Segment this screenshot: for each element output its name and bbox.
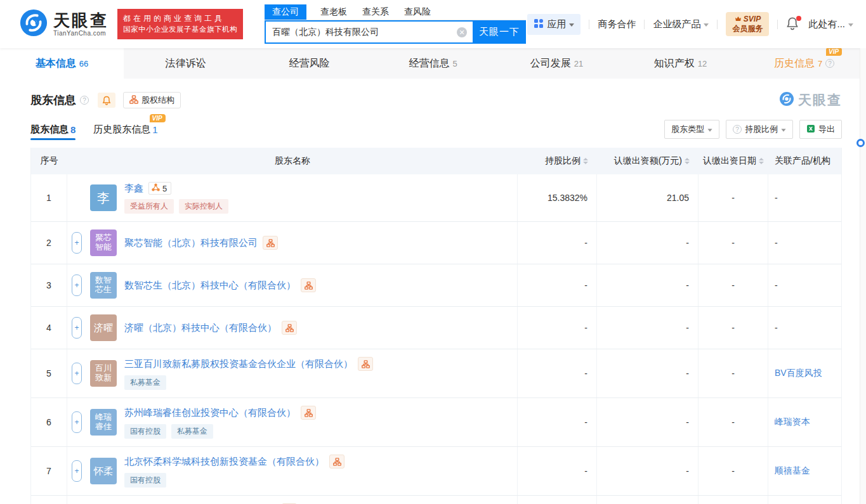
subscribe-bell-button[interactable] [98,93,115,108]
related-product-link[interactable]: BV百度风投 [775,368,822,379]
equity-structure-button[interactable]: 股权结构 [123,92,181,108]
filter-label: 导出 [818,124,835,135]
search-tab[interactable]: 查老板 [319,4,348,20]
business-cooperation-link[interactable]: 商务合作 [598,18,636,30]
equity-structure-icon-button[interactable] [301,406,316,420]
logo-subtitle: TianYanCha.com [53,30,108,37]
sort-icon[interactable] [759,158,764,164]
nav-tab[interactable]: 历史信息7VIP [742,48,866,79]
search-tab[interactable]: 查关系 [361,4,390,20]
expand-button[interactable] [72,232,82,254]
divider [777,20,778,29]
nav-tab[interactable]: 公司发展21 [495,48,619,79]
expand-button[interactable] [72,460,82,482]
shareholder-avatar[interactable]: 怀柔 [90,458,117,484]
shareholder-name-link[interactable]: 聚芯智能（北京）科技有限公司 [124,237,258,249]
apps-label: 应用 [547,18,566,30]
shareholder-avatar[interactable]: 济曜 [90,314,117,341]
shareholder-name-link[interactable]: 苏州峰瑞睿佳创业投资中心（有限合伙） [124,407,296,419]
sub-tab-count: 8 [70,124,75,135]
filter-button[interactable]: 股东类型 [664,120,719,139]
equity-structure-icon-button[interactable] [301,278,316,292]
subscribed-date-cell: - [699,398,768,446]
user-menu-label: 此处有... [808,18,845,30]
shareholder-name-link[interactable]: 北京怀柔科学城科技创新投资基金（有限合伙） [124,456,324,468]
nav-tab-count: 12 [698,59,707,68]
sort-icon[interactable] [685,158,690,164]
nav-tab[interactable]: 基本信息66 [0,48,124,79]
scrollbar-track[interactable] [860,48,866,504]
nav-tab[interactable]: 法律诉讼 [124,48,247,79]
search-tab[interactable]: 查风险 [403,4,432,20]
search-input[interactable] [265,20,473,44]
org-chart-icon [129,95,138,106]
related-product-link[interactable]: 顺禧基金 [775,465,810,477]
shareholder-tag: 私募基金 [124,375,166,390]
shareholder-name-link[interactable]: 李鑫 [124,183,143,195]
shareholder-tag: 国有控股 [124,424,166,439]
subscribed-date-cell: - [699,496,768,504]
sort-icon[interactable] [583,158,588,164]
shareholder-avatar[interactable]: 聚芯智能 [90,229,117,256]
search-button[interactable]: 天眼一下 [473,20,526,44]
equity-structure-icon-button[interactable] [329,455,344,468]
subscribed-amount-cell: 21.05 [597,174,699,221]
shareholder-name-link[interactable]: 济曜（北京）科技中心（有限合伙） [124,322,277,334]
expand-button[interactable] [72,411,82,433]
help-icon[interactable] [80,96,89,105]
enterprise-product-menu[interactable]: 企业级产品 [653,18,709,30]
nav-tab[interactable]: 经营风险 [247,48,371,79]
tianyancha-logo[interactable]: 天眼查 TianYanCha.com [19,8,108,40]
excel-icon [806,124,815,135]
nav-tab-label: 经营风险 [289,57,330,70]
nav-tab[interactable]: 知识产权12 [619,48,742,79]
shareholder-avatar[interactable]: 百川致新 [90,360,117,387]
expand-button[interactable] [72,317,82,339]
user-menu[interactable]: 此处有... [808,18,853,30]
nav-tab[interactable]: 经营信息5 [371,48,495,79]
equity-structure-icon-button[interactable] [282,321,297,335]
search-tab[interactable]: 查公司 [265,4,306,20]
relationship-icon [152,183,160,193]
expand-button[interactable] [72,363,82,384]
row-index: 8 [31,496,67,504]
column-header[interactable]: 认缴出资日期 [699,148,768,174]
shareholder-tags: 受益所有人实际控制人 [124,199,228,214]
column-header[interactable]: 认缴出资额(万元) [597,148,699,174]
related-product-link[interactable]: 峰瑞资本 [775,417,810,428]
shareholder-sub-tab[interactable]: 股东信息8 [30,119,75,140]
vip-badge: VIP [826,48,842,56]
filter-button[interactable]: 持股比例 [726,120,793,139]
filter-button[interactable]: 导出 [799,120,842,139]
table-row: 1李李鑫5受益所有人实际控制人15.3832%21.05-- [31,174,841,222]
vip-badge: VIP [150,114,166,122]
equity-structure-icon-button[interactable] [263,236,278,250]
svip-membership-button[interactable]: SVIP 会员服务 [726,12,769,36]
row-index: 3 [31,264,67,306]
clear-search-icon[interactable]: ✕ [457,27,467,37]
expand-button[interactable] [72,275,82,296]
nav-tab-count: 21 [574,59,583,68]
column-label: 持股比例 [545,155,581,167]
notification-bell-icon[interactable] [786,16,800,32]
shareholder-avatar[interactable]: 峰瑞睿佳 [90,409,117,436]
shareholder-cell: 聚芯智能聚芯智能（北京）科技有限公司 [67,222,518,264]
tianyancha-logo-icon [19,8,48,40]
equity-structure-icon-button[interactable] [358,357,373,371]
shareholder-avatar[interactable]: 李 [90,184,117,211]
shareholder-tags: 私募基金 [124,375,373,390]
shareholder-name-link[interactable]: 数智芯生（北京）科技中心（有限合伙） [124,280,296,292]
subscribed-amount-cell: - [597,264,699,306]
tianyancha-watermark-icon [779,91,794,109]
floating-widget-ring[interactable] [856,139,865,147]
nav-tab-inner: 法律诉讼 [166,57,206,70]
shareholder-sub-tab[interactable]: 历史股东信息1VIP [93,119,157,140]
shareholder-avatar[interactable]: 数智芯生 [90,272,117,299]
shareholder-section: 股东信息 股权结构 天眼查 股东信息8历史股东信息1VIP 股东类型持股比例导出 [0,91,866,504]
column-header[interactable]: 持股比例 [518,148,597,174]
shareholder-name-line: 李鑫5 [124,182,228,195]
shareholder-name-link[interactable]: 三亚百川致新私募股权投资基金合伙企业（有限合伙） [124,358,353,370]
relationship-badge[interactable]: 5 [148,182,171,195]
row-index: 1 [31,174,67,221]
apps-menu[interactable]: 应用 [527,14,581,35]
